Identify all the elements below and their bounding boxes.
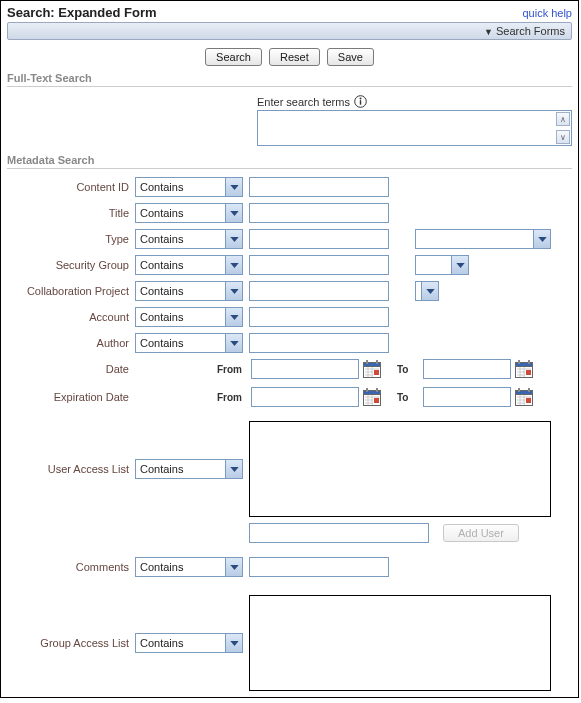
divider [7,86,572,87]
type-label: Type [7,233,135,245]
content-id-row: Content ID Contains [7,177,572,197]
account-row: Account Contains [7,307,572,327]
group-access-label: Group Access List [7,637,135,649]
comments-input[interactable] [249,557,389,577]
calendar-icon[interactable] [363,360,381,378]
exp-from-label: From [217,392,251,403]
chevron-down-icon [225,308,242,326]
collab-project-picker-select[interactable] [415,281,439,301]
exp-date-to-input[interactable] [423,387,511,407]
title-input[interactable] [249,203,389,223]
type-operator-select[interactable]: Contains [135,229,243,249]
expiration-date-label: Expiration Date [7,391,135,403]
fulltext-row: Enter search terms ∧ ∨ [7,95,572,146]
header-row: Search: Expanded Form quick help [7,5,572,20]
action-button-row: Search Reset Save [7,48,572,66]
content-id-input[interactable] [249,177,389,197]
collab-project-input[interactable] [249,281,389,301]
date-from-label: From [217,364,251,375]
chevron-down-icon [225,256,242,274]
chevron-down-icon [225,334,242,352]
chevron-down-icon [225,178,242,196]
security-group-row: Security Group Contains [7,255,572,275]
chevron-down-icon [225,282,242,300]
chevron-down-icon [225,204,242,222]
calendar-icon[interactable] [515,388,533,406]
author-label: Author [7,337,135,349]
date-to-input[interactable] [423,359,511,379]
collab-project-row: Collaboration Project Contains [7,281,572,301]
author-operator-select[interactable]: Contains [135,333,243,353]
exp-to-label: To [397,392,423,403]
comments-label: Comments [7,561,135,573]
info-icon[interactable] [354,95,367,108]
divider [7,168,572,169]
type-input[interactable] [249,229,389,249]
author-input[interactable] [249,333,389,353]
fulltext-label: Enter search terms [257,96,350,108]
security-group-input[interactable] [249,255,389,275]
add-user-input[interactable] [249,523,429,543]
chevron-down-icon [225,460,242,478]
chevron-down-icon [225,634,242,652]
search-button[interactable]: Search [205,48,262,66]
title-label: Title [7,207,135,219]
type-picker-select[interactable] [415,229,551,249]
chevron-down-icon: ▼ [484,27,493,37]
author-row: Author Contains [7,333,572,353]
type-row: Type Contains [7,229,572,249]
search-form-panel: Search: Expanded Form quick help ▼Search… [0,0,579,698]
chevron-down-icon [225,558,242,576]
group-access-listbox[interactable] [249,595,551,691]
reset-button[interactable]: Reset [269,48,320,66]
group-access-row: Group Access List Contains [7,595,572,691]
security-group-picker-select[interactable] [415,255,469,275]
quick-help-link[interactable]: quick help [522,7,572,19]
scroll-up-icon[interactable]: ∧ [556,112,570,126]
add-user-button[interactable]: Add User [443,524,519,542]
metadata-section-title: Metadata Search [7,154,572,166]
calendar-icon[interactable] [515,360,533,378]
user-access-label: User Access List [7,463,135,475]
collab-project-label: Collaboration Project [7,285,135,297]
page-title: Search: Expanded Form [7,5,157,20]
collab-project-operator-select[interactable]: Contains [135,281,243,301]
fulltext-textarea[interactable]: ∧ ∨ [257,110,572,146]
chevron-down-icon [225,230,242,248]
security-group-operator-select[interactable]: Contains [135,255,243,275]
search-forms-label: Search Forms [496,25,565,37]
save-button[interactable]: Save [327,48,374,66]
title-row: Title Contains [7,203,572,223]
date-to-label: To [397,364,423,375]
comments-row: Comments Contains [7,557,572,577]
user-access-row: User Access List Contains [7,421,572,517]
add-user-row: Add User [7,523,572,543]
search-forms-dropdown[interactable]: ▼Search Forms [7,22,572,40]
content-id-operator-select[interactable]: Contains [135,177,243,197]
group-access-operator-select[interactable]: Contains [135,633,243,653]
fulltext-section-title: Full-Text Search [7,72,572,84]
user-access-listbox[interactable] [249,421,551,517]
chevron-down-icon [421,282,438,300]
expiration-date-row: Expiration Date From To [7,387,572,407]
account-input[interactable] [249,307,389,327]
security-group-label: Security Group [7,259,135,271]
exp-date-from-input[interactable] [251,387,359,407]
chevron-down-icon [533,230,550,248]
chevron-down-icon [451,256,468,274]
title-operator-select[interactable]: Contains [135,203,243,223]
comments-operator-select[interactable]: Contains [135,557,243,577]
calendar-icon[interactable] [363,388,381,406]
content-id-label: Content ID [7,181,135,193]
date-label: Date [7,363,135,375]
date-row: Date From To [7,359,572,379]
user-access-operator-select[interactable]: Contains [135,459,243,479]
date-from-input[interactable] [251,359,359,379]
account-operator-select[interactable]: Contains [135,307,243,327]
fulltext-label-row: Enter search terms [257,95,367,108]
scroll-down-icon[interactable]: ∨ [556,130,570,144]
account-label: Account [7,311,135,323]
